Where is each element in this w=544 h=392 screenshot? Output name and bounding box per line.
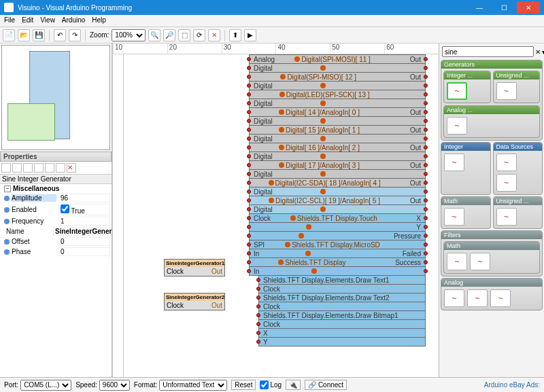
arduino-board-block[interactable]: AnalogDigital(SPI-MOSI)[ 11 ]OutDigitalD… — [249, 54, 426, 346]
prop-tool-4[interactable] — [34, 163, 44, 173]
close-button[interactable]: ✕ — [517, 1, 540, 14]
properties-tree[interactable]: −Miscellaneous Amplitude96 Enabled True … — [0, 184, 112, 377]
run-icon[interactable]: ▶ — [244, 29, 256, 41]
log-checkbox[interactable]: Log — [260, 380, 282, 389]
properties-toolbar: ✕ — [0, 162, 112, 175]
maximize-button[interactable]: ☐ — [492, 1, 515, 14]
cat-integer[interactable]: Integer — [441, 142, 491, 195]
board-sub-row[interactable]: Shields.TFT Display.Elements.Draw Text2 — [258, 293, 426, 302]
cat-math[interactable]: Math — [441, 196, 491, 229]
board-pin-row[interactable]: Digital — [249, 187, 426, 196]
new-button[interactable]: 📄 — [3, 29, 15, 41]
undo-button[interactable]: ↶ — [54, 29, 66, 41]
board-pin-row[interactable]: ClockShields.TFT Display.TouchX — [249, 213, 426, 223]
board-pin-row[interactable]: SPIShields.TFT Display.MicroSD — [249, 240, 426, 249]
redo-button[interactable]: ↷ — [69, 29, 81, 41]
sine-generator-1[interactable]: SineIntegerGenerator1 ClockOut — [164, 259, 225, 277]
prop-tool-3[interactable] — [23, 163, 33, 173]
board-pin-row[interactable]: Digital — [249, 152, 426, 161]
board-pin-row[interactable]: Digital(I2C-SCL)[ 19 ]/AnalogIn[ 5 ]Out — [249, 196, 426, 205]
prop-tool-6[interactable] — [56, 163, 65, 173]
board-pin-row[interactable]: Digital — [249, 204, 426, 214]
disconnect-button[interactable]: 🔌 — [286, 380, 301, 390]
open-button[interactable]: 📂 — [18, 29, 30, 41]
prop-row-name[interactable]: NameSineIntegerGenerator1 — [0, 226, 112, 236]
menu-view[interactable]: View — [40, 16, 55, 25]
prop-tool-5[interactable] — [45, 163, 54, 173]
board-pin-row[interactable]: Shields.TFT DisplaySuccess — [249, 257, 426, 267]
prop-row-phase[interactable]: Phase0 — [0, 247, 112, 257]
palette-search-input[interactable] — [442, 46, 534, 57]
board-pin-row[interactable]: Digital — [249, 116, 426, 126]
prop-tool-2[interactable] — [12, 163, 22, 173]
board-pin-row[interactable]: Digital[ 14 ]/AnalogIn[ 0 ]Out — [249, 107, 426, 117]
board-pin-row[interactable]: AnalogDigital(SPI-MOSI)[ 11 ]Out — [249, 54, 426, 64]
search-clear-icon[interactable]: ✕ — [535, 48, 541, 56]
menu-arduino[interactable]: Arduino — [62, 16, 85, 25]
design-canvas[interactable]: 102030405060 AnalogDigital(SPI-MOSI)[ 11… — [112, 43, 439, 377]
board-pin-row[interactable]: Digital — [249, 169, 426, 179]
speed-select[interactable]: 9600 — [99, 380, 130, 391]
cat-unsigned2[interactable]: Unsigned ... — [493, 196, 543, 229]
thumb-sine-int[interactable] — [447, 82, 467, 100]
enabled-checkbox[interactable] — [61, 204, 69, 213]
save-button[interactable]: 💾 — [33, 29, 45, 41]
thumb-unsigned[interactable] — [496, 82, 517, 100]
refresh-icon[interactable]: ⟳ — [193, 29, 205, 41]
board-pin-row[interactable]: Digital(LED)(SPI-SCK)[ 13 ] — [249, 90, 426, 99]
delete-icon[interactable]: ✕ — [208, 29, 220, 41]
board-pin-row[interactable]: Digital(SPI-MISO)[ 12 ]Out — [249, 72, 426, 82]
properties-title: Properties — [0, 152, 112, 162]
ads-label: Arduino eBay Ads: — [484, 381, 540, 389]
board-pin-row[interactable]: Digital — [249, 99, 426, 108]
prop-tool-1[interactable] — [1, 163, 11, 173]
reset-button[interactable]: Reset — [231, 380, 256, 390]
board-sub-row[interactable]: X — [258, 328, 426, 338]
menu-help[interactable]: Help — [92, 16, 106, 25]
zoom-select[interactable]: 100% — [112, 29, 146, 41]
minimize-button[interactable]: — — [468, 1, 491, 14]
board-pin-row[interactable]: Digital[ 17 ]/AnalogIn[ 3 ]Out — [249, 160, 426, 170]
board-sub-row[interactable]: Clock — [258, 319, 426, 329]
app-icon — [4, 3, 14, 12]
board-pin-row[interactable]: Digital(I2C-SDA)[ 18 ]/AnalogIn[ 4 ]Out — [249, 178, 426, 188]
overview-panel[interactable] — [1, 45, 110, 150]
cat-generators[interactable]: Generators Integer ... Unsigned ... Anal… — [441, 60, 543, 141]
menu-edit[interactable]: Edit — [22, 16, 33, 25]
zoom-out-icon[interactable]: 🔎 — [163, 29, 175, 41]
board-sub-row[interactable]: Shields.TFT Display.Elements.Draw Bitmap… — [258, 310, 426, 320]
port-select[interactable]: COM5 (L...) — [20, 380, 71, 391]
cat-filters[interactable]: Filters Math — [441, 230, 543, 277]
board-sub-row[interactable]: Clock — [258, 284, 426, 293]
thumb-analog[interactable] — [447, 117, 467, 135]
board-pin-row[interactable]: Digital[ 16 ]/AnalogIn[ 2 ]Out — [249, 143, 426, 152]
zoom-in-icon[interactable]: 🔍 — [148, 29, 160, 41]
board-pin-row[interactable]: Digital[ 15 ]/AnalogIn[ 1 ]Out — [249, 125, 426, 135]
prop-row-frequency[interactable]: Frequency1 — [0, 216, 112, 226]
ruler-vertical — [113, 54, 124, 377]
connect-button[interactable]: 🔗 Connect — [305, 380, 347, 390]
board-pin-row[interactable]: InFailed — [249, 249, 426, 258]
board-pin-row[interactable]: Digital — [249, 63, 426, 73]
board-pin-row[interactable]: Digital — [249, 81, 426, 90]
board-pin-row[interactable]: Pressure — [249, 231, 426, 240]
menu-file[interactable]: File — [4, 16, 15, 25]
board-sub-row[interactable]: Clock — [258, 302, 426, 311]
cat-datasources[interactable]: Data Sources — [493, 142, 543, 195]
prop-tool-delete[interactable]: ✕ — [67, 163, 76, 173]
format-select[interactable]: Unformatted Text — [159, 380, 227, 391]
sine-generator-2[interactable]: SineIntegerGenerator2 ClockOut — [164, 293, 225, 310]
collapse-icon[interactable]: − — [4, 185, 11, 192]
prop-row-enabled[interactable]: Enabled True — [0, 203, 112, 216]
cat-analog[interactable]: Analog — [441, 278, 543, 310]
board-pin-row[interactable]: Y — [249, 222, 426, 232]
prop-row-amplitude[interactable]: Amplitude96 — [0, 193, 112, 203]
board-pin-row[interactable]: In — [249, 266, 426, 276]
status-bar: Port:COM5 (L...) Speed:9600 Format:Unfor… — [0, 377, 544, 392]
upload-icon[interactable]: ⬆ — [229, 29, 241, 41]
board-sub-row[interactable]: Y — [258, 337, 426, 346]
board-sub-row[interactable]: Shields.TFT Display.Elements.Draw Text1 — [258, 275, 426, 285]
zoom-fit-icon[interactable]: ⬚ — [178, 29, 190, 41]
board-pin-row[interactable]: Digital — [249, 134, 426, 143]
prop-row-offset[interactable]: Offset0 — [0, 236, 112, 247]
